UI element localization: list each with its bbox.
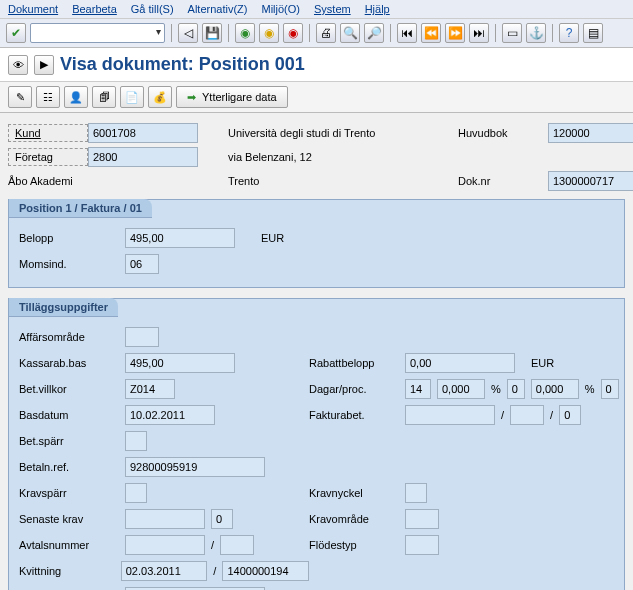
print-icon[interactable]: 🖨	[316, 23, 336, 43]
save-icon[interactable]: 💾	[202, 23, 222, 43]
foretag-value: 2800	[88, 147, 198, 167]
header-grid: Kund 6001708 Università degli studi di T…	[8, 123, 625, 191]
other-doc-icon[interactable]: ☷	[36, 86, 60, 108]
taxes-icon[interactable]: 📄	[120, 86, 144, 108]
slash: /	[213, 565, 216, 577]
kravnyckel-label: Kravnyckel	[309, 487, 399, 499]
separator	[171, 24, 172, 42]
kravomrade-value	[405, 509, 439, 529]
ytterligare-label: Ytterligare data	[202, 91, 277, 103]
avtal-v1	[125, 535, 205, 555]
faktura-v3: 0	[559, 405, 581, 425]
back-green-icon[interactable]: ◉	[235, 23, 255, 43]
arrow-right-icon: ➡	[187, 91, 196, 104]
slash: /	[211, 539, 214, 551]
dagar-p2: 0,000	[531, 379, 579, 399]
dagar-p1: 0,000	[437, 379, 485, 399]
entity-name: Università degli studi di Trento	[228, 125, 458, 141]
city-value: Trento	[228, 173, 458, 189]
currency-icon[interactable]: 💰	[148, 86, 172, 108]
command-field[interactable]	[30, 23, 165, 43]
kvittning-label: Kvittning	[19, 565, 115, 577]
menu-hjalp[interactable]: Hjälp	[365, 3, 390, 15]
content-area: Kund 6001708 Università degli studi di T…	[0, 113, 633, 590]
back-icon[interactable]: ◁	[178, 23, 198, 43]
separator	[552, 24, 553, 42]
separator	[390, 24, 391, 42]
help-icon[interactable]: ?	[559, 23, 579, 43]
page-title: Visa dokument: Position 001	[60, 54, 305, 75]
find-next-icon[interactable]: 🔎	[364, 23, 384, 43]
ytterligare-button[interactable]: ➡ Ytterligare data	[176, 86, 288, 108]
affarsomrade-value	[125, 327, 159, 347]
menu-dokument[interactable]: Dokument	[8, 3, 58, 15]
rabatt-curr: EUR	[531, 357, 554, 369]
dagar-d1: 14	[405, 379, 431, 399]
kravomrade-label: Kravområde	[309, 513, 399, 525]
currency-value: EUR	[261, 232, 284, 244]
slash: /	[501, 409, 504, 421]
new-session-icon[interactable]: ▭	[502, 23, 522, 43]
display-icon[interactable]: 👤	[64, 86, 88, 108]
separator	[309, 24, 310, 42]
cancel-icon[interactable]: ◉	[283, 23, 303, 43]
dagar-label: Dagar/proc.	[309, 383, 399, 395]
senaste-value	[125, 509, 205, 529]
senaste-count: 0	[211, 509, 233, 529]
avtal-label: Avtalsnummer	[19, 539, 119, 551]
basdatum-value: 10.02.2011	[125, 405, 215, 425]
pct: %	[585, 383, 595, 395]
avtal-v2	[220, 535, 254, 555]
faktura-v1	[405, 405, 495, 425]
header-icon[interactable]: 🗐	[92, 86, 116, 108]
momsind-label: Momsind.	[19, 258, 119, 270]
shortcut-icon[interactable]: ⚓	[526, 23, 546, 43]
huvudbok-value: 120000	[548, 123, 633, 143]
menu-bearbeta[interactable]: Bearbeta	[72, 3, 117, 15]
menu-gatill[interactable]: Gå till(S)	[131, 3, 174, 15]
flodestyp-value	[405, 535, 439, 555]
betalref-label: Betaln.ref.	[19, 461, 119, 473]
kassarab-label: Kassarab.bas	[19, 357, 119, 369]
toggle-edit-icon[interactable]: ✎	[8, 86, 32, 108]
next-page-icon[interactable]: ⏩	[445, 23, 465, 43]
betsparr-value	[125, 431, 147, 451]
faktura-label: Fakturabet.	[309, 409, 399, 421]
doknr-value: 1300000717	[548, 171, 633, 191]
company-name: Åbo Akademi	[8, 173, 198, 189]
flodestyp-label: Flödestyp	[309, 539, 399, 551]
first-page-icon[interactable]: ⏮	[397, 23, 417, 43]
layout-icon[interactable]: ▤	[583, 23, 603, 43]
menu-miljo[interactable]: Miljö(O)	[261, 3, 300, 15]
title-bar: 👁 ▶ Visa dokument: Position 001	[0, 48, 633, 82]
street-value: via Belenzani, 12	[228, 149, 458, 165]
tillagg-group: Tilläggsuppgifter Affärsområde Kassarab.…	[8, 298, 625, 590]
foretag-label: Företag	[8, 148, 88, 166]
prev-page-icon[interactable]: ⏪	[421, 23, 441, 43]
enter-icon[interactable]: ✔	[6, 23, 26, 43]
slash: /	[550, 409, 553, 421]
system-toolbar: ✔ ◁ 💾 ◉ ◉ ◉ 🖨 🔍 🔎 ⏮ ⏪ ⏩ ⏭ ▭ ⚓ ? ▤	[0, 19, 633, 48]
separator	[495, 24, 496, 42]
menubar: Dokument Bearbeta Gå till(S) Alternativ(…	[0, 0, 633, 19]
menu-alternativ[interactable]: Alternativ(Z)	[188, 3, 248, 15]
tillagg-tab: Tilläggsuppgifter	[9, 298, 118, 317]
kravsparr-value	[125, 483, 147, 503]
momsind-value: 06	[125, 254, 159, 274]
separator	[228, 24, 229, 42]
overview-icon[interactable]: 👁	[8, 55, 28, 75]
position-tab: Position 1 / Faktura / 01	[9, 199, 152, 218]
betvillkor-label: Bet.villkor	[19, 383, 119, 395]
belopp-value: 495,00	[125, 228, 235, 248]
basdatum-label: Basdatum	[19, 409, 119, 421]
last-page-icon[interactable]: ⏭	[469, 23, 489, 43]
affarsomrade-label: Affärsområde	[19, 331, 119, 343]
doknr-label: Dok.nr	[458, 173, 548, 189]
find-icon[interactable]: 🔍	[340, 23, 360, 43]
expand-icon[interactable]: ▶	[34, 55, 54, 75]
menu-system[interactable]: System	[314, 3, 351, 15]
pct: %	[491, 383, 501, 395]
kvittning-date: 02.03.2011	[121, 561, 208, 581]
exit-icon[interactable]: ◉	[259, 23, 279, 43]
betvillkor-value: Z014	[125, 379, 175, 399]
